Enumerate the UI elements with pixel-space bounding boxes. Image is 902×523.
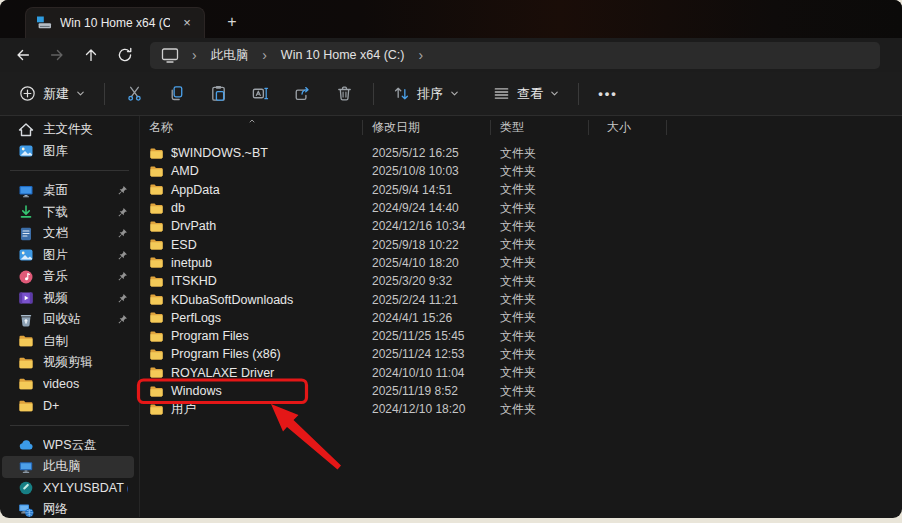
table-row[interactable]: inetpub 2025/4/10 18:20 文件夹	[140, 254, 902, 272]
file-name: 用户	[171, 401, 196, 418]
file-name-cell: ESD	[140, 237, 363, 252]
sidebar-item-wps-cloud[interactable]: WPS云盘	[2, 435, 134, 457]
sidebar-item-gallery[interactable]: 图库	[2, 141, 134, 163]
sidebar-item-video-clips[interactable]: 视频剪辑	[2, 352, 134, 374]
column-header-label: 修改日期	[372, 119, 420, 136]
share-icon	[293, 84, 312, 103]
breadcrumb[interactable]: ›此电脑›Win 10 Home x64 (C:)›	[150, 42, 880, 69]
table-row[interactable]: ROYALAXE Driver 2024/10/10 11:04 文件夹	[140, 364, 902, 382]
file-name: AppData	[171, 183, 220, 197]
file-name-cell: DrvPath	[140, 219, 363, 234]
sidebar-item-label: WPS云盘	[43, 437, 128, 454]
back-button[interactable]	[6, 40, 40, 70]
file-name: ITSKHD	[171, 274, 217, 288]
up-button[interactable]	[74, 40, 108, 70]
tab-bar: Win 10 Home x64 (C:) × +	[0, 0, 902, 38]
folder-icon	[149, 201, 164, 216]
chevron-down-icon	[549, 88, 560, 99]
refresh-button[interactable]	[108, 40, 142, 70]
sidebar-item-documents[interactable]: 文档	[2, 223, 134, 245]
file-date: 2024/4/1 15:26	[363, 311, 491, 325]
table-row[interactable]: PerfLogs 2024/4/1 15:26 文件夹	[140, 309, 902, 327]
file-name-cell: AMD	[140, 164, 363, 179]
tab-close-button[interactable]: ×	[178, 14, 196, 32]
sidebar-item-label: 主文件夹	[43, 121, 128, 138]
table-row[interactable]: AMD 2025/10/8 10:03 文件夹	[140, 162, 902, 180]
sidebar-item-this-pc[interactable]: 此电脑	[2, 456, 134, 478]
sort-button[interactable]: 排序	[384, 78, 468, 110]
desktop-icon	[18, 183, 34, 199]
forward-button[interactable]	[40, 40, 74, 70]
folder-icon	[149, 274, 164, 289]
copy-button[interactable]	[157, 78, 195, 110]
tab-win10-home-c[interactable]: Win 10 Home x64 (C:) ×	[25, 7, 205, 38]
tab-title: Win 10 Home x64 (C:)	[60, 16, 170, 30]
file-date: 2025/4/10 18:20	[363, 256, 491, 270]
sidebar-item-label: XYLYUSBDAT (F:)	[43, 481, 128, 495]
folder-icon	[149, 146, 164, 161]
table-row[interactable]: $WINDOWS.~BT 2025/5/12 16:25 文件夹	[140, 144, 902, 162]
toolbar-divider	[373, 83, 374, 105]
table-row[interactable]: ITSKHD 2025/3/20 9:32 文件夹	[140, 272, 902, 290]
sidebar-item-pictures[interactable]: 图片	[2, 245, 134, 267]
rename-button[interactable]	[241, 78, 279, 110]
sidebar-item-downloads[interactable]: 下载	[2, 202, 134, 224]
toolbar: 新建 排序 查看 •••	[0, 72, 902, 116]
column-header-name[interactable]: 名称	[140, 116, 363, 139]
column-header-type[interactable]: 类型	[491, 116, 589, 139]
sidebar-item-recycle-bin[interactable]: 回收站	[2, 309, 134, 331]
folder-icon	[149, 384, 164, 399]
sidebar-item-d-plus[interactable]: D+	[2, 395, 134, 417]
table-row[interactable]: ESD 2025/9/18 10:22 文件夹	[140, 235, 902, 253]
sidebar-item-zizhi[interactable]: 自制	[2, 331, 134, 353]
folder-icon	[149, 292, 164, 307]
file-date: 2025/10/8 10:03	[363, 164, 491, 178]
sidebar-item-label: 回收站	[43, 311, 108, 328]
sidebar-item-videos-folder[interactable]: videos	[2, 374, 134, 396]
paste-button[interactable]	[199, 78, 237, 110]
more-options-button[interactable]: •••	[589, 78, 627, 110]
table-row[interactable]: Program Files 2025/11/25 15:45 文件夹	[140, 327, 902, 345]
sidebar-item-usb-f[interactable]: XYLYUSBDAT (F:)	[2, 478, 134, 500]
breadcrumb-item[interactable]: 此电脑	[207, 45, 253, 66]
content-area: 主文件夹 图库 桌面 下载 文档 图片 音乐 视频 回收站 自制	[0, 116, 902, 517]
sidebar-item-videos-library[interactable]: 视频	[2, 288, 134, 310]
folder-icon	[18, 376, 34, 392]
table-row[interactable]: db 2024/9/24 14:40 文件夹	[140, 199, 902, 217]
new-button[interactable]: 新建	[10, 78, 94, 110]
table-row[interactable]: Windows 2025/11/19 8:52 文件夹	[140, 382, 902, 400]
sidebar-item-desktop[interactable]: 桌面	[2, 180, 134, 202]
folder-icon	[18, 355, 34, 371]
table-row[interactable]: AppData 2025/9/4 14:51 文件夹	[140, 181, 902, 199]
sidebar-item-home[interactable]: 主文件夹	[2, 119, 134, 141]
sidebar-item-label: 文档	[43, 225, 108, 242]
column-header-size[interactable]: 大小	[589, 116, 667, 139]
file-type: 文件夹	[491, 254, 589, 271]
new-tab-button[interactable]: +	[219, 10, 245, 34]
column-header-date[interactable]: 修改日期	[363, 116, 491, 139]
pin-icon	[117, 250, 128, 261]
pin-icon	[117, 293, 128, 304]
table-row[interactable]: Program Files (x86) 2025/11/24 12:53 文件夹	[140, 345, 902, 363]
share-button[interactable]	[283, 78, 321, 110]
trash-icon	[335, 84, 354, 103]
table-row[interactable]: KDubaSoftDownloads 2025/2/24 11:21 文件夹	[140, 290, 902, 308]
sidebar-divider	[10, 170, 129, 171]
breadcrumb-item[interactable]: Win 10 Home x64 (C:)	[277, 46, 409, 64]
column-header-label: 名称	[149, 119, 173, 136]
table-row[interactable]: DrvPath 2024/12/16 10:34 文件夹	[140, 217, 902, 235]
file-date: 2025/5/12 16:25	[363, 146, 491, 160]
delete-button[interactable]	[325, 78, 363, 110]
pin-icon	[117, 228, 128, 239]
file-type: 文件夹	[491, 383, 589, 400]
plus-circle-icon	[18, 84, 37, 103]
gallery-icon	[18, 143, 34, 159]
home-icon	[18, 122, 34, 138]
cut-button[interactable]	[115, 78, 153, 110]
view-button[interactable]: 查看	[484, 78, 568, 110]
table-row[interactable]: 用户 2024/12/10 18:20 文件夹	[140, 400, 902, 418]
sidebar-item-music[interactable]: 音乐	[2, 266, 134, 288]
file-name: db	[171, 201, 185, 215]
sidebar-item-network[interactable]: 网络	[2, 499, 134, 517]
file-name-cell: ITSKHD	[140, 274, 363, 289]
